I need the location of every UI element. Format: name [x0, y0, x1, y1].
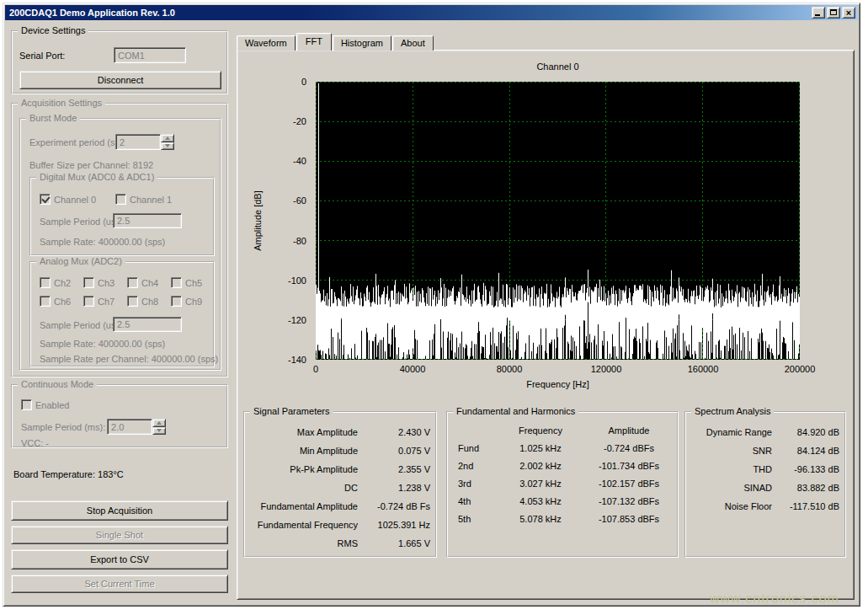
x-tick-label: 80000 — [484, 364, 535, 375]
x-tick-label: 0 — [290, 364, 341, 375]
spectrum-label: THD — [691, 464, 772, 474]
analog-sample-period-label: Sample Period (us): — [40, 320, 121, 330]
tab-fft[interactable]: FFT — [296, 33, 332, 51]
ch9-checkbox — [171, 296, 182, 307]
window-title: 200CDAQ1 Demo Application Rev. 1.0 — [9, 8, 810, 18]
chart-title: Channel 0 — [316, 62, 800, 72]
experiment-period-input: 2 — [115, 134, 161, 150]
tab-about[interactable]: About — [392, 35, 434, 51]
burst-mode-legend: Burst Mode — [26, 113, 80, 124]
device-settings-legend: Device Settings — [18, 25, 88, 36]
analog-sample-rate-per-channel-text: Sample Rate per Channel: 400000.00 (sps) — [40, 354, 218, 364]
ch4-checkbox — [127, 277, 138, 288]
param-label: Min Amplitude — [250, 446, 358, 456]
harmonic-amplitude: -107.132 dBFs — [584, 496, 674, 506]
harmonic-name: 4th — [451, 496, 497, 506]
disconnect-button[interactable]: Disconnect — [19, 71, 221, 89]
param-label: Max Amplitude — [250, 427, 358, 437]
param-label: Fundamental Amplitude — [250, 501, 358, 511]
spin-up-icon — [152, 419, 166, 427]
continuous-sample-period-input: 2.0 — [107, 419, 152, 435]
harmonic-frequency: 4.053 kHz — [497, 496, 584, 506]
harmonics-header-frequency: Frequency — [497, 425, 584, 436]
spin-down-icon — [152, 427, 166, 436]
channel0-checkbox — [40, 194, 51, 205]
ch2-checkbox — [40, 277, 51, 288]
param-label: RMS — [250, 538, 358, 548]
param-value: 2.430 V — [358, 427, 430, 437]
fundamental-harmonics-legend: Fundamental and Harmonics — [453, 406, 578, 417]
export-to-csv-button[interactable]: Export to CSV — [11, 549, 228, 570]
y-tick-label: 0 — [301, 77, 306, 87]
param-row: DC1.238 V — [250, 479, 430, 497]
stop-acquisition-button[interactable]: Stop Acquisition — [11, 500, 228, 521]
maximize-icon — [830, 9, 837, 15]
harmonic-amplitude: -101.734 dBFs — [584, 461, 674, 471]
x-tick-label: 40000 — [387, 364, 438, 375]
spectrum-analysis-legend: Spectrum Analysis — [691, 406, 774, 417]
x-tick-label: 120000 — [581, 364, 631, 375]
digital-sample-period-label: Sample Period (us): — [40, 217, 121, 227]
param-row: Pk-Pk Amplitude2.355 V — [250, 460, 430, 479]
spectrum-value: 83.882 dB — [772, 483, 839, 493]
channel1-label: Channel 1 — [130, 195, 172, 205]
fft-plot — [316, 82, 800, 360]
continuous-enabled-checkbox — [21, 399, 32, 410]
spectrum-row: Dynamic Range84.920 dB — [691, 423, 839, 441]
spectrum-value: -117.510 dB — [772, 501, 839, 511]
x-axis-label: Frequency [Hz] — [316, 379, 800, 389]
spin-up-icon — [161, 134, 174, 142]
harmonics-header-amplitude: Amplitude — [584, 425, 674, 436]
param-row: Fundamental Amplitude-0.724 dB Fs — [250, 497, 430, 516]
y-tick-label: -80 — [293, 236, 306, 246]
harmonic-name: 2nd — [451, 461, 497, 471]
ch8-checkbox — [127, 296, 138, 307]
channel1-checkbox — [115, 194, 126, 205]
page-background: 200CDAQ1 Demo Application Rev. 1.0 × Dev… — [0, 0, 868, 615]
harmonic-frequency: 3.027 kHz — [497, 479, 584, 489]
harmonics-row: Fund1.025 kHz-0.724 dBFs — [451, 439, 675, 457]
harmonic-frequency: 1.025 kHz — [497, 443, 584, 453]
y-tick-label: -60 — [293, 195, 306, 206]
tab-histogram[interactable]: Histogram — [333, 35, 391, 51]
ch6-label: Ch6 — [54, 297, 71, 307]
digital-mux-legend: Digital Mux (ADC0 & ADC1) — [36, 172, 157, 183]
spectrum-row: SINAD83.882 dB — [691, 479, 839, 497]
window-controls: × — [810, 7, 855, 19]
vcc-text: VCC: - — [21, 438, 49, 448]
harmonics-row: 3rd3.027 kHz-102.157 dBFs — [451, 474, 675, 492]
ch7-checkbox — [83, 296, 94, 307]
param-label: DC — [250, 483, 358, 493]
tab-waveform[interactable]: Waveform — [237, 35, 296, 51]
y-axis-label: Amplitude [dB] — [253, 190, 263, 251]
harmonic-amplitude: -0.724 dBFs — [584, 443, 674, 453]
acquisition-settings-legend: Acquisition Settings — [18, 98, 105, 109]
y-tick-label: -20 — [293, 116, 306, 126]
harmonic-frequency: 2.002 kHz — [497, 461, 584, 471]
signal-parameters-legend: Signal Parameters — [250, 406, 333, 417]
param-value: 1.238 V — [358, 483, 430, 493]
titlebar: 200CDAQ1 Demo Application Rev. 1.0 × — [5, 5, 858, 20]
harmonic-name: 5th — [451, 514, 497, 524]
param-value: 1025.391 Hz — [358, 520, 430, 530]
maximize-button[interactable] — [827, 7, 840, 19]
spectrum-label: SINAD — [691, 483, 772, 493]
minimize-icon — [815, 14, 820, 16]
continuous-enabled-label: Enabled — [35, 400, 69, 410]
digital-sample-rate-text: Sample Rate: 400000.00 (sps) — [40, 237, 165, 247]
buffer-size-text: Buffer Size per Channel: 8192 — [29, 160, 153, 170]
minimize-button[interactable] — [812, 7, 825, 19]
board-temperature-text: Board Temperature: 183°C — [13, 469, 124, 479]
harmonic-frequency: 5.078 kHz — [497, 514, 584, 524]
close-button[interactable]: × — [842, 7, 855, 19]
ch8-label: Ch8 — [141, 297, 158, 307]
device-settings-group: Device Settings Serial Port: COM1 Discon… — [11, 30, 228, 94]
spectrum-value: 84.920 dB — [772, 427, 839, 437]
fundamental-harmonics-group: Fundamental and Harmonics Frequency Ampl… — [446, 411, 679, 558]
harmonic-amplitude: -102.157 dBFs — [584, 479, 674, 489]
spectrum-row: THD-96.133 dB — [691, 460, 839, 479]
spectrum-row: Noise Floor-117.510 dB — [691, 497, 839, 516]
x-tick-label: 200000 — [775, 364, 825, 375]
harmonic-name: Fund — [451, 443, 497, 453]
param-row: Min Amplitude0.075 V — [250, 441, 430, 460]
